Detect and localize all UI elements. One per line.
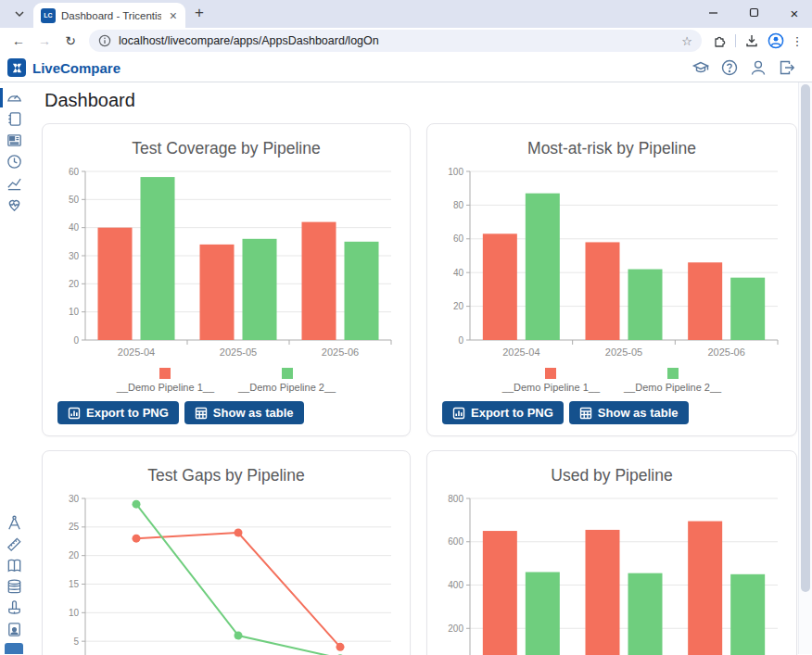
svg-text:40: 40 [69, 222, 80, 233]
sidebar-item-report[interactable] [0, 130, 28, 151]
app-sidebar [0, 82, 28, 654]
profile-icon[interactable] [766, 32, 786, 49]
graduation-cap-icon[interactable] [691, 57, 711, 78]
show-as-table-button[interactable]: Show as table [184, 401, 304, 424]
svg-text:600: 600 [448, 536, 463, 547]
sidebar-item-line-chart[interactable] [0, 172, 28, 194]
card-test-gaps: Test Gaps by Pipeline 0510152025302025-0… [42, 450, 411, 655]
sidebar-item-gauge[interactable] [0, 87, 28, 108]
bar-chart-used[interactable]: 02004006008002025-042025-052025-06 [442, 493, 781, 655]
tab-close-icon[interactable]: × [167, 8, 180, 23]
svg-text:2025-04: 2025-04 [118, 346, 155, 358]
sidebar-item-partial[interactable] [5, 643, 23, 654]
back-icon[interactable]: ← [7, 33, 30, 48]
chart-title: Test Coverage by Pipeline [57, 139, 395, 158]
legend-label: __Demo Pipeline 1__ [117, 382, 214, 393]
legend-item[interactable]: __Demo Pipeline 2__ [624, 368, 721, 393]
table-icon [579, 407, 592, 420]
sidebar-item-compass[interactable] [0, 512, 28, 534]
svg-text:10: 10 [69, 608, 80, 618]
window-close-icon[interactable]: × [782, 6, 806, 21]
svg-text:400: 400 [448, 580, 463, 590]
site-favicon: LC [41, 8, 56, 23]
new-tab-button[interactable]: + [195, 4, 204, 22]
chart-title: Used by Pipeline [442, 466, 781, 485]
svg-text:0: 0 [73, 335, 79, 346]
svg-text:40: 40 [453, 268, 464, 278]
app-header: LiveCompare [0, 54, 812, 82]
sidebar-item-heart-pulse[interactable] [0, 194, 28, 215]
main-content: Dashboard Test Coverage by Pipeline 0102… [28, 82, 812, 654]
browser-menu-icon[interactable]: ⋮ [790, 34, 805, 48]
sidebar-item-book[interactable] [0, 555, 28, 576]
help-icon[interactable] [719, 57, 740, 78]
show-as-table-label: Show as table [213, 406, 294, 420]
chart-legend: __Demo Pipeline 1____Demo Pipeline 2__ [442, 368, 781, 393]
export-png-button[interactable]: Export to PNG [442, 401, 564, 424]
sidebar-item-id-card[interactable] [0, 619, 28, 640]
extensions-icon[interactable] [709, 33, 730, 48]
downloads-icon[interactable] [742, 33, 762, 48]
forward-icon[interactable]: → [33, 33, 56, 48]
chart-image-icon [452, 407, 465, 420]
card-most-at-risk: Most-at-risk by Pipeline 020406080100202… [426, 123, 797, 436]
export-png-button[interactable]: Export to PNG [57, 401, 179, 424]
svg-text:200: 200 [448, 624, 463, 634]
svg-text:100: 100 [448, 167, 463, 177]
legend-item[interactable]: __Demo Pipeline 1__ [502, 368, 600, 393]
show-as-table-button[interactable]: Show as table [569, 401, 689, 424]
sidebar-item-ruler-pencil[interactable] [0, 534, 28, 555]
chart-image-icon [68, 407, 81, 420]
svg-text:5: 5 [73, 636, 79, 647]
window-maximize-icon[interactable] [742, 6, 766, 20]
legend-label: __Demo Pipeline 1__ [502, 382, 600, 393]
window-minimize-icon[interactable] [701, 6, 725, 20]
browser-tab[interactable]: LC Dashboard - Tricentis LiveComp × [33, 3, 185, 28]
address-bar[interactable]: localhost/livecompare/apps/AppsDashboard… [89, 30, 702, 52]
brand-name[interactable]: LiveCompare [32, 60, 121, 76]
bar-chart-most-at-risk[interactable]: 0204060801002025-042025-052025-06 [442, 166, 781, 366]
bar-chart-test-coverage[interactable]: 01020304050602025-042025-052025-06 [57, 166, 395, 366]
tab-search-icon[interactable] [7, 4, 32, 24]
svg-text:2025-05: 2025-05 [605, 346, 642, 358]
card-used: Used by Pipeline 02004006008002025-04202… [426, 450, 797, 655]
chart-legend: __Demo Pipeline 1____Demo Pipeline 2__ [57, 368, 395, 393]
browser-toolbar: ← → ↻ localhost/livecompare/apps/AppsDas… [0, 28, 812, 54]
user-icon[interactable] [748, 57, 768, 78]
toolbar-divider [735, 34, 736, 47]
legend-swatch-icon [282, 368, 293, 379]
export-png-label: Export to PNG [471, 406, 553, 420]
table-icon [195, 407, 208, 420]
legend-item[interactable]: __Demo Pipeline 1__ [117, 368, 214, 393]
sidebar-item-clock[interactable] [0, 151, 28, 172]
chart-title: Test Gaps by Pipeline [57, 466, 395, 485]
legend-swatch-icon [667, 368, 679, 379]
page-scrollbar[interactable] [798, 82, 812, 654]
reload-icon[interactable]: ↻ [59, 33, 82, 48]
card-test-coverage: Test Coverage by Pipeline 01020304050602… [42, 123, 411, 436]
bookmark-star-icon[interactable]: ☆ [681, 34, 692, 48]
sidebar-item-notebook[interactable] [0, 108, 28, 130]
svg-text:50: 50 [69, 195, 80, 205]
sidebar-item-brush[interactable] [0, 598, 28, 619]
sidebar-item-database[interactable] [0, 576, 28, 598]
svg-text:60: 60 [69, 167, 80, 177]
page-title: Dashboard [44, 90, 797, 111]
url-text[interactable]: localhost/livecompare/apps/AppsDashboard… [119, 34, 674, 47]
export-png-label: Export to PNG [86, 406, 169, 420]
svg-text:25: 25 [69, 522, 80, 532]
svg-text:20: 20 [69, 279, 80, 289]
legend-label: __Demo Pipeline 2__ [238, 382, 336, 393]
scrollbar-thumb[interactable] [801, 84, 810, 592]
tab-title: Dashboard - Tricentis LiveComp [61, 10, 161, 21]
svg-text:20: 20 [69, 550, 80, 561]
svg-text:2025-04: 2025-04 [502, 346, 539, 358]
legend-swatch-icon [545, 368, 556, 379]
svg-text:15: 15 [69, 579, 80, 589]
line-chart-test-gaps[interactable]: 0510152025302025-042025-052025-06 [57, 493, 395, 655]
legend-item[interactable]: __Demo Pipeline 2__ [238, 368, 336, 393]
logout-icon[interactable] [777, 57, 797, 78]
svg-text:800: 800 [448, 494, 463, 504]
legend-label: __Demo Pipeline 2__ [624, 382, 721, 393]
browser-tab-strip: LC Dashboard - Tricentis LiveComp × + × [0, 0, 812, 28]
